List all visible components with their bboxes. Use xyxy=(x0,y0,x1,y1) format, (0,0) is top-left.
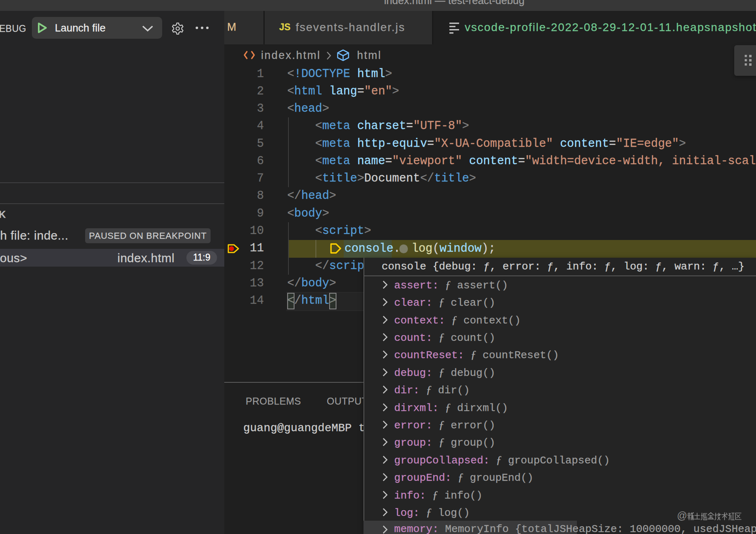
svg-text:@: @ xyxy=(677,511,687,521)
